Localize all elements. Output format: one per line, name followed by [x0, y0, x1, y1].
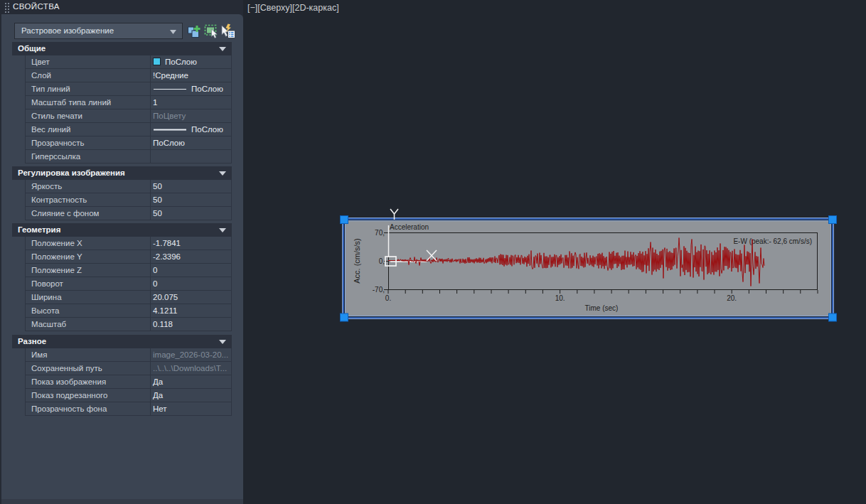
svg-text:Time (sec): Time (sec)	[585, 304, 619, 312]
svg-text:E-W (peak:- 62,6 cm/s/s): E-W (peak:- 62,6 cm/s/s)	[733, 237, 812, 245]
svg-text:Acceleration: Acceleration	[390, 223, 429, 231]
svg-text:20.: 20.	[727, 294, 737, 302]
svg-text:10.: 10.	[555, 294, 565, 302]
svg-text:Acc. (cm/s/s): Acc. (cm/s/s)	[353, 238, 361, 284]
svg-text:0,: 0,	[379, 257, 385, 265]
svg-text:0.: 0.	[385, 294, 391, 302]
svg-text:-70,: -70,	[373, 286, 385, 294]
svg-text:70,: 70,	[375, 229, 385, 237]
